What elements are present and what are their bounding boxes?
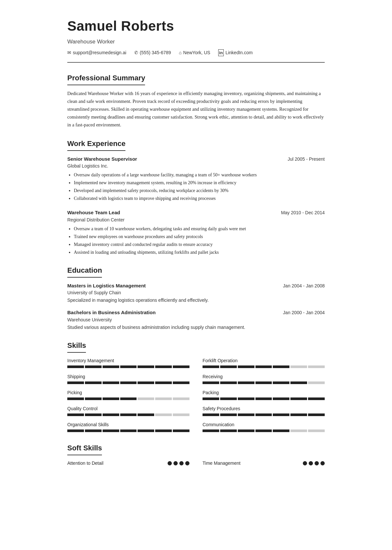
- job-company-1: Global Logistics Inc.: [67, 163, 325, 170]
- bullet-item: Oversaw daily operations of a large ware…: [74, 171, 325, 178]
- bullet-item: Collaborated with logistics team to impr…: [74, 195, 325, 202]
- edu-institution-2: Warehouse University: [67, 316, 325, 323]
- skill-bar: [203, 413, 325, 416]
- edu-header-1: Masters in Logistics Management Jan 2004…: [67, 282, 325, 290]
- bullet-item: Implemented new inventory management sys…: [74, 179, 325, 186]
- edu-desc-1: Specialized in managing logistics operat…: [67, 297, 325, 304]
- edu-degree-1: Masters in Logistics Management: [67, 282, 146, 290]
- location-text: NewYork, US: [183, 49, 210, 56]
- candidate-name: Samuel Roberts: [67, 16, 325, 36]
- skill-item: Forklift Operation: [203, 357, 325, 368]
- job-header-1: Senior Warehouse Supervisor Jul 2005 - P…: [67, 155, 325, 163]
- soft-skill-label: Attention to Detail: [67, 460, 104, 467]
- edu-block-1: Masters in Logistics Management Jan 2004…: [67, 282, 325, 304]
- candidate-title: Warehouse Worker: [67, 38, 325, 46]
- phone-text: (555) 345-6789: [140, 49, 171, 56]
- skill-item: Inventory Management: [67, 357, 189, 368]
- location-icon: ⌂: [179, 49, 181, 56]
- work-experience-heading: Work Experience: [67, 138, 125, 151]
- header: Samuel Roberts Warehouse Worker ✉ suppor…: [67, 16, 325, 56]
- skills-heading: Skills: [67, 340, 86, 353]
- skill-bar: [67, 397, 189, 400]
- job-title-1: Senior Warehouse Supervisor: [67, 155, 137, 163]
- skill-bar: [67, 365, 189, 368]
- skill-bar: [203, 429, 325, 432]
- skill-bar: [67, 429, 189, 432]
- edu-desc-2: Studied various aspects of business admi…: [67, 324, 325, 331]
- email-contact: ✉ support@resumedesign.ai: [67, 49, 126, 56]
- skill-item: Picking: [67, 389, 189, 400]
- job-block-1: Senior Warehouse Supervisor Jul 2005 - P…: [67, 155, 325, 202]
- edu-header-2: Bachelors in Business Administration Jan…: [67, 309, 325, 316]
- phone-contact: ✆ (555) 345-6789: [134, 49, 171, 56]
- soft-skills-grid: Attention to DetailTime Management: [67, 460, 325, 467]
- edu-degree-2: Bachelors in Business Administration: [67, 309, 155, 316]
- soft-skill-item: Time Management: [203, 460, 325, 467]
- skills-section: Skills Inventory ManagementForklift Oper…: [67, 340, 325, 433]
- edu-block-2: Bachelors in Business Administration Jan…: [67, 309, 325, 331]
- location-contact: ⌂ NewYork, US: [179, 49, 210, 56]
- skill-item: Communication: [203, 421, 325, 432]
- edu-dates-2: Jan 2000 - Jan 2004: [283, 309, 325, 316]
- education-section: Education Masters in Logistics Managemen…: [67, 265, 325, 331]
- soft-skill-dots: [168, 461, 189, 465]
- phone-icon: ✆: [134, 49, 138, 56]
- education-heading: Education: [67, 265, 102, 278]
- edu-dates-1: Jan 2004 - Jan 2008: [283, 283, 325, 289]
- skill-item: Organizational Skills: [67, 421, 189, 432]
- skill-bar: [203, 365, 325, 368]
- email-icon: ✉: [67, 49, 71, 56]
- job-header-2: Warehouse Team Lead May 2010 - Dec 2014: [67, 209, 325, 217]
- header-divider: [67, 62, 325, 63]
- job-title-2: Warehouse Team Lead: [67, 209, 120, 217]
- skill-bar: [67, 413, 189, 416]
- bullet-item: Oversaw a team of 10 warehouse workers, …: [74, 225, 325, 232]
- skill-bar: [67, 381, 189, 384]
- bullet-item: Trained new employees on warehouse proce…: [74, 233, 325, 240]
- skill-label: Communication: [203, 421, 325, 428]
- edu-institution-1: University of Supply Chain: [67, 289, 325, 296]
- skill-label: Inventory Management: [67, 357, 189, 364]
- professional-summary-section: Professional Summary Dedicated Warehouse…: [67, 73, 325, 129]
- skill-item: Packing: [203, 389, 325, 400]
- soft-skills-section: Soft Skills Attention to DetailTime Mana…: [67, 443, 325, 467]
- skill-label: Forklift Operation: [203, 357, 325, 364]
- skill-label: Quality Control: [67, 405, 189, 412]
- soft-skill-dots: [303, 461, 325, 465]
- skill-item: Quality Control: [67, 405, 189, 416]
- skill-label: Safety Procedures: [203, 405, 325, 412]
- skill-bar: [203, 397, 325, 400]
- job-dates-2: May 2010 - Dec 2014: [281, 209, 325, 216]
- skill-item: Shipping: [67, 373, 189, 384]
- job-bullets-2: Oversaw a team of 10 warehouse workers, …: [67, 225, 325, 256]
- skills-grid: Inventory ManagementForklift OperationSh…: [67, 357, 325, 433]
- job-bullets-1: Oversaw daily operations of a large ware…: [67, 171, 325, 202]
- bullet-item: Assisted in loading and unloading shipme…: [74, 249, 325, 256]
- skill-label: Picking: [67, 389, 189, 396]
- soft-skill-label: Time Management: [203, 460, 240, 467]
- skill-label: Shipping: [67, 373, 189, 380]
- professional-summary-heading: Professional Summary: [67, 73, 145, 85]
- job-dates-1: Jul 2005 - Present: [287, 156, 325, 163]
- linkedin-icon: in: [218, 49, 224, 57]
- bullet-item: Developed and implemented safety protoco…: [74, 187, 325, 194]
- job-block-2: Warehouse Team Lead May 2010 - Dec 2014 …: [67, 209, 325, 256]
- email-text: support@resumedesign.ai: [73, 49, 126, 56]
- skill-label: Organizational Skills: [67, 421, 189, 428]
- skill-item: Receiving: [203, 373, 325, 384]
- soft-skills-heading: Soft Skills: [67, 443, 102, 455]
- skill-item: Safety Procedures: [203, 405, 325, 416]
- professional-summary-text: Dedicated Warehouse Worker with 16 years…: [67, 90, 325, 129]
- skill-bar: [203, 381, 325, 384]
- linkedin-text: LinkedIn.com: [225, 49, 253, 56]
- work-experience-section: Work Experience Senior Warehouse Supervi…: [67, 138, 325, 256]
- bullet-item: Managed inventory control and conducted …: [74, 241, 325, 248]
- job-company-2: Regional Distribution Center: [67, 217, 325, 223]
- contact-row: ✉ support@resumedesign.ai ✆ (555) 345-67…: [67, 49, 325, 57]
- linkedin-contact: in LinkedIn.com: [218, 49, 253, 57]
- skill-label: Packing: [203, 389, 325, 396]
- skill-label: Receiving: [203, 373, 325, 380]
- soft-skill-item: Attention to Detail: [67, 460, 189, 467]
